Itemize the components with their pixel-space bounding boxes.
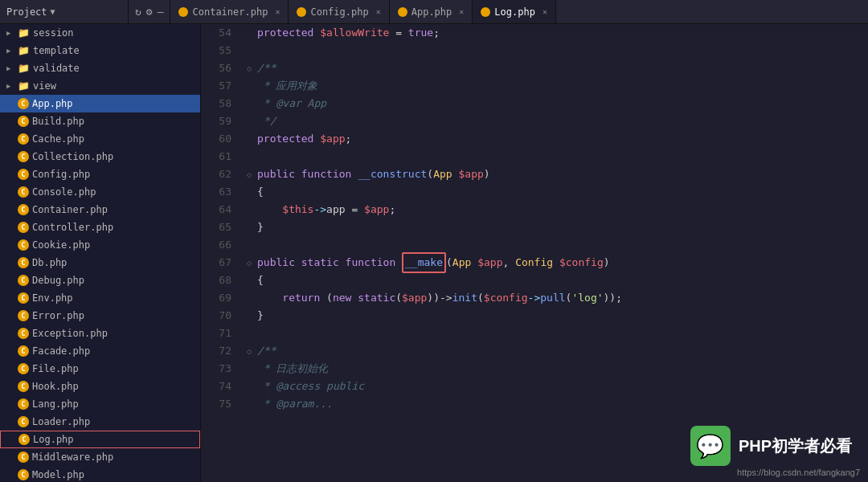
sidebar-item-label: view xyxy=(33,80,56,92)
line-num: 58 xyxy=(201,95,231,112)
sidebar-item-loader-php[interactable]: C Loader.php xyxy=(0,413,200,431)
gutter-mark xyxy=(241,95,257,112)
code-editor: 54 55 56 57 58 59 60 61 62 63 64 65 66 6… xyxy=(201,24,868,482)
operator: -> xyxy=(313,201,326,219)
sidebar-item-debug-php[interactable]: C Debug.php xyxy=(0,272,200,289)
keyword: static xyxy=(301,254,339,272)
file-icon: C xyxy=(18,292,29,304)
tab-config-php[interactable]: Config.php ✕ xyxy=(289,0,389,23)
file-icon: C xyxy=(18,416,29,427)
sidebar-item-view[interactable]: ▶ 📁 view xyxy=(0,77,200,95)
settings-icon[interactable]: ⚙ xyxy=(146,6,153,18)
comment: /** xyxy=(257,342,276,360)
sidebar-item-facade-php[interactable]: C Facade.php xyxy=(0,342,200,360)
code-text: ( xyxy=(395,289,402,307)
sidebar-item-session[interactable]: ▶ 📁 session xyxy=(0,24,200,42)
close-icon[interactable]: ✕ xyxy=(459,7,464,16)
close-icon[interactable]: ✕ xyxy=(542,7,547,16)
sidebar-item-cache-php[interactable]: C Cache.php xyxy=(0,130,200,148)
sidebar-item-model-php[interactable]: C Model.php xyxy=(0,466,200,482)
watermark-text: PHP初学者必看 xyxy=(739,435,852,457)
sidebar-item-middleware-php[interactable]: C Middleware.php xyxy=(0,448,200,466)
arrow-icon: ▶ xyxy=(6,47,14,55)
variable: $app xyxy=(477,254,502,272)
sidebar-item-error-php[interactable]: C Error.php xyxy=(0,307,200,325)
project-label[interactable]: Project ▼ xyxy=(0,0,129,23)
tab-container-php[interactable]: Container.php ✕ xyxy=(170,0,289,23)
sidebar-item-hook-php[interactable]: C Hook.php xyxy=(0,378,200,395)
sidebar-item-label: Debug.php xyxy=(32,275,84,286)
sidebar-item-env-php[interactable]: C Env.php xyxy=(0,289,200,307)
arrow-icon: ▶ xyxy=(6,64,14,72)
sidebar-item-db-php[interactable]: C Db.php xyxy=(0,254,200,272)
keyword: new xyxy=(333,289,351,307)
tab-log-php[interactable]: Log.php ✕ xyxy=(473,0,556,23)
sidebar-item-log-php[interactable]: C Log.php xyxy=(0,431,200,448)
line-num: 66 xyxy=(201,236,231,254)
code-text: ( xyxy=(477,289,484,307)
keyword: protected xyxy=(257,24,313,42)
line-num: 61 xyxy=(201,148,231,165)
sidebar-item-controller-php[interactable]: C Controller.php xyxy=(0,219,200,236)
gutter-mark xyxy=(241,378,257,395)
file-icon: C xyxy=(18,398,29,410)
code-text: ; xyxy=(346,130,352,148)
sidebar-item-exception-php[interactable]: C Exception.php xyxy=(0,325,200,342)
tab-label: Log.php xyxy=(494,6,535,18)
sidebar-item-cookie-php[interactable]: C Cookie.php xyxy=(0,236,200,254)
sidebar-item-label: File.php xyxy=(32,363,79,374)
sidebar-item-lang-php[interactable]: C Lang.php xyxy=(0,395,200,413)
folder-icon: 📁 xyxy=(18,45,30,56)
sidebar-item-build-php[interactable]: C Build.php xyxy=(0,112,200,130)
sidebar-item-label: Env.php xyxy=(32,292,73,304)
code-text: ) xyxy=(484,165,490,183)
sidebar-item-app-php[interactable]: C App.php xyxy=(0,95,200,112)
close-icon[interactable]: ✕ xyxy=(376,7,381,16)
file-icon: C xyxy=(18,222,29,233)
gutter-mark xyxy=(241,77,257,95)
code-text: { xyxy=(257,183,264,201)
sync-icon[interactable]: ↻ xyxy=(135,6,141,18)
code-text xyxy=(351,165,358,183)
sidebar-item-config-php[interactable]: C Config.php xyxy=(0,165,200,183)
line-num: 59 xyxy=(201,112,231,130)
sidebar-item-container-php[interactable]: C Container.php xyxy=(0,201,200,219)
function-name: init xyxy=(452,289,477,307)
sidebar-item-collection-php[interactable]: C Collection.php xyxy=(0,148,200,165)
project-text: Project xyxy=(6,6,47,18)
gutter-mark: ◇ xyxy=(241,254,257,272)
file-icon: C xyxy=(18,345,29,357)
code-text xyxy=(471,254,477,272)
code-line-73: * 日志初始化 xyxy=(257,360,868,378)
variable: $config xyxy=(559,254,604,272)
sidebar-item-label: Exception.php xyxy=(32,328,108,339)
folder-icon: 📁 xyxy=(18,27,30,39)
gutter-mark xyxy=(241,307,257,325)
code-text: { xyxy=(257,272,264,289)
watermark-url: https://blog.csdn.net/fangkang7 xyxy=(737,468,860,477)
sidebar-item-label: session xyxy=(33,27,74,39)
gutter-mark xyxy=(241,325,257,342)
sidebar-item-label: Container.php xyxy=(32,204,108,215)
sidebar-item-console-php[interactable]: C Console.php xyxy=(0,183,200,201)
comment: * xyxy=(257,378,276,395)
close-icon[interactable]: ✕ xyxy=(275,7,280,16)
file-icon: C xyxy=(18,469,29,480)
code-text: ( xyxy=(446,254,452,272)
code-line-68: { xyxy=(257,272,868,289)
header-icons: ↻ ⚙ — xyxy=(129,0,170,23)
file-icon: C xyxy=(18,328,29,339)
sidebar-item-validate[interactable]: ▶ 📁 validate xyxy=(0,59,200,77)
gutter-mark xyxy=(241,183,257,201)
minimize-icon[interactable]: — xyxy=(158,6,164,18)
tab-app-php[interactable]: App.php ✕ xyxy=(390,0,473,23)
line-num: 60 xyxy=(201,130,231,148)
file-icon: C xyxy=(18,133,29,145)
variable: $app xyxy=(458,165,483,183)
code-text xyxy=(313,130,320,148)
sidebar-item-file-php[interactable]: C File.php xyxy=(0,360,200,378)
code-text: ; xyxy=(389,201,395,219)
string: 'log' xyxy=(571,289,603,307)
sidebar-item-template[interactable]: ▶ 📁 template xyxy=(0,42,200,59)
variable: $app xyxy=(320,130,345,148)
